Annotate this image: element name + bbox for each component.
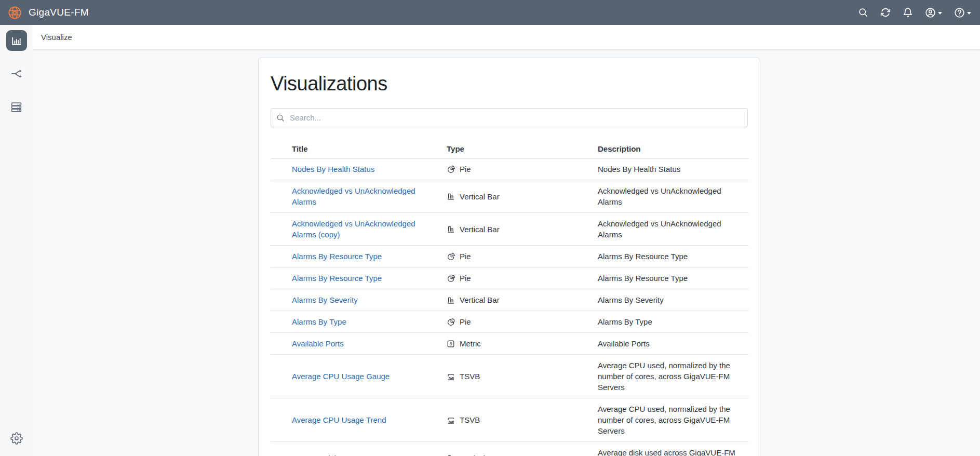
visualization-description: Available Ports xyxy=(598,333,748,355)
visualization-description: Alarms By Severity xyxy=(598,289,748,311)
breadcrumb[interactable]: Visualize xyxy=(41,33,72,42)
visualizations-card: Visualizations Title Type Description No… xyxy=(258,58,760,456)
pie-chart-icon xyxy=(447,274,455,283)
sidebar-item-traffic[interactable] xyxy=(6,63,27,84)
search-icon[interactable] xyxy=(854,4,872,21)
help-icon xyxy=(954,7,965,18)
table-row: Acknowledged vs UnAcknowledged Alarms (c… xyxy=(271,213,748,246)
visualization-title-link[interactable]: Alarms By Resource Type xyxy=(292,274,382,283)
tsvb-icon xyxy=(447,372,455,381)
table-row: Average CPU Usage Trend TSVB Average CPU… xyxy=(271,398,748,442)
visualization-description: Alarms By Type xyxy=(598,311,748,333)
gear-icon xyxy=(10,432,23,445)
vertical-bar-chart-icon xyxy=(447,225,455,233)
visualization-description: Acknowledged vs UnAcknowledged Alarms xyxy=(598,180,748,213)
visualization-title-link[interactable]: Alarms By Severity xyxy=(292,296,358,304)
visualization-title-link[interactable]: Acknowledged vs UnAcknowledged Alarms (c… xyxy=(292,219,415,239)
visualization-description: Alarms By Resource Type xyxy=(598,246,748,267)
table-row: Acknowledged vs UnAcknowledged Alarms Ve… xyxy=(271,180,748,213)
visualization-title-link[interactable]: Average Disk Usage xyxy=(292,454,363,456)
visualization-title-link[interactable]: Average CPU Usage Gauge xyxy=(292,372,390,381)
notifications-bell-icon[interactable] xyxy=(899,4,917,21)
page-title: Visualizations xyxy=(271,72,748,96)
visualization-description: Average CPU used, normalized by the numb… xyxy=(598,398,748,442)
search-icon xyxy=(276,114,285,122)
sidebar-item-visualize[interactable] xyxy=(6,30,27,51)
search-input[interactable] xyxy=(290,113,742,122)
sidebar-item-settings[interactable] xyxy=(6,428,27,449)
user-account-icon xyxy=(925,7,936,18)
visualization-description: Average disk used across GigaVUE-FM Serv… xyxy=(598,442,748,456)
top-navbar: GigaVUE-FM xyxy=(0,0,980,25)
table-row: Average Disk Usage Vertical Bar Average … xyxy=(271,442,748,456)
user-account-menu[interactable] xyxy=(921,4,946,21)
svg-text:8: 8 xyxy=(450,341,452,346)
chevron-down-icon xyxy=(967,12,971,15)
visualization-type-label: Vertical Bar xyxy=(460,224,500,235)
visualization-type-label: Pie xyxy=(460,273,471,284)
table-row: Alarms By Resource Type Pie Alarms By Re… xyxy=(271,246,748,267)
visualization-title-link[interactable]: Nodes By Health Status xyxy=(292,165,374,173)
visualizations-table: Title Type Description Nodes By Health S… xyxy=(271,140,748,456)
breadcrumb-bar: Visualize xyxy=(33,25,980,50)
globe-icon xyxy=(7,5,22,20)
visualization-title-link[interactable]: Alarms By Resource Type xyxy=(292,252,382,261)
table-row: Average CPU Usage Gauge TSVB Average CPU… xyxy=(271,355,748,398)
visualization-type-label: Pie xyxy=(460,164,471,175)
branch-arrows-icon xyxy=(10,67,23,81)
server-stack-icon xyxy=(10,101,23,114)
visualization-description: Nodes By Health Status xyxy=(598,158,748,180)
table-row: Alarms By Type Pie Alarms By Type xyxy=(271,311,748,333)
visualization-type-label: Vertical Bar xyxy=(460,294,500,305)
visualization-title-link[interactable]: Acknowledged vs UnAcknowledged Alarms xyxy=(292,186,415,206)
sidebar-item-inventory[interactable] xyxy=(6,97,27,117)
table-row: Alarms By Resource Type Pie Alarms By Re… xyxy=(271,267,748,289)
visualization-title-link[interactable]: Alarms By Type xyxy=(292,317,346,326)
visualization-description: Acknowledged vs UnAcknowledged Alarms xyxy=(598,213,748,246)
visualization-type-label: Vertical Bar xyxy=(460,453,500,456)
refresh-icon[interactable] xyxy=(877,4,894,21)
visualization-type-label: TSVB xyxy=(460,414,480,425)
app-brand: GigaVUE-FM xyxy=(7,5,89,20)
help-menu[interactable] xyxy=(950,4,975,21)
table-row: Nodes By Health Status Pie Nodes By Heal… xyxy=(271,158,748,180)
app-title: GigaVUE-FM xyxy=(29,7,89,18)
metric-icon: 8 xyxy=(447,340,455,348)
main-content: Visualizations Title Type Description No… xyxy=(33,50,980,456)
visualization-type-label: Pie xyxy=(460,316,471,327)
visualization-title-link[interactable]: Available Ports xyxy=(292,339,344,348)
visualization-description: Average CPU used, normalized by the numb… xyxy=(598,355,748,398)
vertical-bar-chart-icon xyxy=(447,296,455,304)
vertical-bar-chart-icon xyxy=(447,454,455,456)
chevron-down-icon xyxy=(938,12,942,15)
visualization-title-link[interactable]: Average CPU Usage Trend xyxy=(292,415,386,424)
visualization-type-label: Metric xyxy=(460,338,481,349)
bar-chart-icon xyxy=(10,34,23,47)
search-box[interactable] xyxy=(271,108,748,127)
table-row: Alarms By Severity Vertical Bar Alarms B… xyxy=(271,289,748,311)
visualization-description: Alarms By Resource Type xyxy=(598,267,748,289)
left-sidebar xyxy=(0,25,33,456)
pie-chart-icon xyxy=(447,252,455,261)
column-header-description[interactable]: Description xyxy=(598,140,748,158)
vertical-bar-chart-icon xyxy=(447,192,455,200)
tsvb-icon xyxy=(447,416,455,424)
visualization-type-label: TSVB xyxy=(460,371,480,382)
column-header-type[interactable]: Type xyxy=(447,140,598,158)
table-header-row: Title Type Description xyxy=(271,140,748,158)
table-row: Available Ports 8 Metric Available Ports xyxy=(271,333,748,355)
visualization-type-label: Vertical Bar xyxy=(460,191,500,202)
visualization-type-label: Pie xyxy=(460,251,471,262)
pie-chart-icon xyxy=(447,318,455,326)
navbar-actions xyxy=(854,4,975,21)
column-header-title[interactable]: Title xyxy=(271,140,447,158)
pie-chart-icon xyxy=(447,165,455,173)
